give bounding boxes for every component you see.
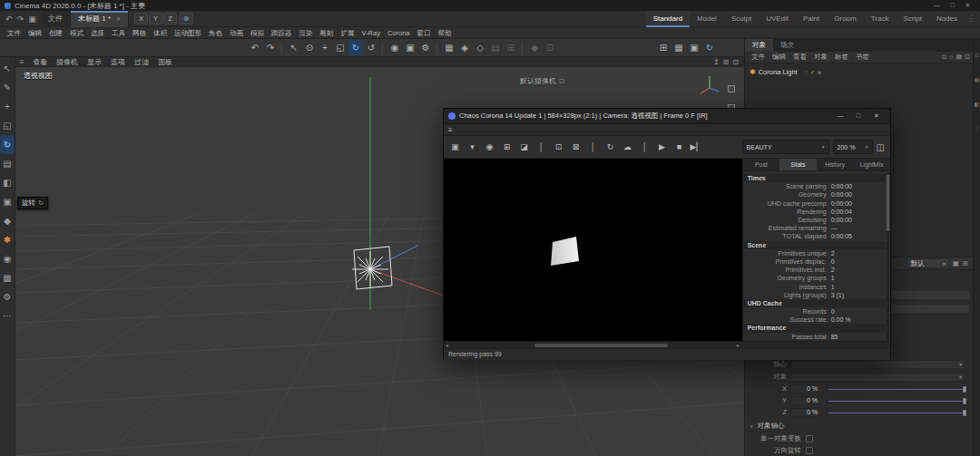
menu-item[interactable]: 选择 xyxy=(87,27,108,39)
toolbar-icon[interactable]: ⊙ xyxy=(302,40,317,55)
toolbar-icon[interactable]: ▦ xyxy=(671,40,686,55)
menu-item[interactable]: 扩展 xyxy=(338,27,358,39)
corona-toolbar-icon[interactable]: ◉ xyxy=(482,139,497,155)
viewport-menu-icon[interactable]: ≡ xyxy=(15,58,28,66)
toolbar-icon[interactable]: │ xyxy=(434,40,441,55)
menu-item[interactable]: 运动图形 xyxy=(171,27,205,39)
viewport-control-icon[interactable]: ↥ xyxy=(713,58,720,66)
menu-item[interactable]: V-Ray xyxy=(358,27,384,39)
value-field[interactable]: 0 % xyxy=(790,408,821,417)
object-menu-item[interactable]: 文件 xyxy=(748,53,769,62)
menu-item[interactable]: 窗口 xyxy=(414,27,435,39)
attribute-header-icon[interactable]: ▣ xyxy=(953,259,960,267)
object-menu-item[interactable]: 书签 xyxy=(852,53,873,62)
stats-tab[interactable]: Stats xyxy=(779,159,817,170)
dock-icon[interactable]: ◧ xyxy=(975,101,980,107)
menu-item[interactable]: 跟踪器 xyxy=(268,27,296,39)
viewport-control-icon[interactable]: ⊞ xyxy=(723,58,730,66)
corona-toolbar-icon[interactable]: │ xyxy=(585,139,601,155)
corona-toolbar-icon[interactable]: ■ xyxy=(671,139,687,155)
toolbar-icon[interactable]: ↻ xyxy=(348,40,363,55)
tool-icon[interactable]: ⋯ xyxy=(0,306,15,325)
panel-icon[interactable]: ⊡ xyxy=(965,53,970,61)
corona-toolbar-icon[interactable]: ▶ xyxy=(654,139,670,155)
toolbar-icon[interactable]: ⊞ xyxy=(656,40,671,55)
minimize-icon[interactable]: — xyxy=(929,2,945,9)
layout-tab[interactable]: Paint xyxy=(796,11,827,27)
menu-item[interactable]: 创建 xyxy=(45,27,66,39)
toolbar-icon[interactable]: ▣ xyxy=(687,40,701,55)
value-field[interactable]: 0 % xyxy=(790,396,821,405)
menu-item[interactable]: 网格 xyxy=(129,27,150,39)
render-hscrollbar[interactable]: ◂ ▸ xyxy=(444,341,890,348)
viewport-control-icon[interactable]: ⊡ xyxy=(732,58,739,66)
attribute-header-icon[interactable]: ⊞ xyxy=(962,259,968,267)
menu-item[interactable]: 模拟 xyxy=(247,27,268,39)
tool-icon[interactable]: ✎ xyxy=(0,78,15,97)
tool-icon[interactable]: ◱ xyxy=(0,116,15,135)
menu-item[interactable]: 模式 xyxy=(66,27,87,39)
panel-tab[interactable]: 对象 xyxy=(745,39,773,52)
slider-handle[interactable] xyxy=(963,410,966,416)
history-icon[interactable]: ↶ xyxy=(3,13,15,25)
render-element-dropdown[interactable]: BEAUTY ▾ xyxy=(742,140,829,154)
value-field[interactable]: 0 % xyxy=(790,384,821,393)
layout-tab[interactable]: UVEdit xyxy=(759,11,796,27)
viewport-menu-item[interactable]: 选项 xyxy=(106,57,130,67)
slider-track[interactable] xyxy=(828,408,965,417)
panel-icon[interactable]: ▤ xyxy=(956,53,963,61)
tool-icon[interactable]: ⚙ xyxy=(0,287,15,306)
toolbar-icon[interactable]: ◱ xyxy=(333,40,348,55)
viewport-menu-item[interactable]: 查看 xyxy=(28,57,52,67)
layout-tab[interactable]: Track xyxy=(864,11,897,27)
checkbox[interactable] xyxy=(806,447,813,454)
object-name[interactable]: Corona Light xyxy=(759,68,798,76)
corona-toolbar-icon[interactable]: ⊠ xyxy=(568,139,583,155)
corona-toolbar-icon[interactable]: ☁ xyxy=(620,139,635,155)
tool-icon[interactable]: ✱ xyxy=(0,230,15,249)
close-document-icon[interactable]: ✕ xyxy=(116,15,121,22)
menu-item[interactable]: 编辑 xyxy=(24,27,45,39)
layout-tab[interactable]: Sculpt xyxy=(724,11,759,27)
menu-item[interactable]: 角色 xyxy=(205,27,226,39)
toolbar-icon[interactable]: ↖ xyxy=(287,40,301,55)
corona-toolbar-icon[interactable]: │ xyxy=(534,139,549,155)
stats-tab[interactable]: LightMix xyxy=(853,159,890,170)
corona-light-object[interactable] xyxy=(343,242,397,296)
object-menu-item[interactable]: 查看 xyxy=(789,53,810,62)
toolbar-icon[interactable]: ⊡ xyxy=(543,40,557,55)
corona-render-window[interactable]: Chaos Corona 14 Update 1 | 584×328px (2:… xyxy=(443,108,891,359)
minimize-icon[interactable]: — xyxy=(831,112,849,120)
toolbar-icon[interactable]: ◈ xyxy=(457,40,472,55)
attribute-dropdown[interactable]: ▾ xyxy=(790,360,965,369)
attribute-dropdown[interactable]: ▾ xyxy=(790,373,965,382)
toolbar-icon[interactable]: │ xyxy=(379,40,387,55)
split-view-icon[interactable]: ◫ xyxy=(877,142,885,152)
slider-track[interactable] xyxy=(828,396,965,405)
corona-toolbar-icon[interactable]: ▣ xyxy=(447,139,463,155)
object-axis-section-header[interactable]: ∨ 对象轴心 xyxy=(745,420,974,432)
corona-toolbar-icon[interactable]: ▾ xyxy=(465,139,480,155)
toolbar-icon[interactable]: ↶ xyxy=(248,40,262,55)
maximize-icon[interactable]: □ xyxy=(945,2,960,9)
tool-icon[interactable]: ▦ xyxy=(0,268,15,287)
menu-item[interactable]: 雕刻 xyxy=(317,27,338,39)
camera-label[interactable]: 默认摄像机 ⊡ xyxy=(520,76,564,86)
axis-lock-button[interactable]: Z xyxy=(163,13,177,24)
toolbar-icon[interactable]: ◉ xyxy=(387,40,402,55)
checkbox[interactable] xyxy=(806,435,813,442)
menu-item[interactable]: 文件 xyxy=(4,27,24,39)
menu-item[interactable]: 帮助 xyxy=(435,27,456,39)
object-toggle-icon[interactable]: ✓ xyxy=(810,69,815,76)
tool-icon[interactable]: ↻ xyxy=(0,135,15,154)
menu-item[interactable]: 动画 xyxy=(226,27,247,39)
panel-tab[interactable]: 场次 xyxy=(773,39,801,52)
stats-scrollbar-thumb[interactable] xyxy=(887,175,889,231)
scroll-left-icon[interactable]: ◂ xyxy=(446,342,448,349)
coordinate-system-icon[interactable]: ⊕ xyxy=(179,13,193,24)
panel-icon[interactable]: ⊙ xyxy=(941,53,946,61)
slider-handle[interactable] xyxy=(963,398,966,404)
dock-icon[interactable]: ▤ xyxy=(975,76,980,82)
close-icon[interactable]: ✕ xyxy=(867,112,886,120)
tool-icon[interactable]: ◧ xyxy=(0,173,15,192)
